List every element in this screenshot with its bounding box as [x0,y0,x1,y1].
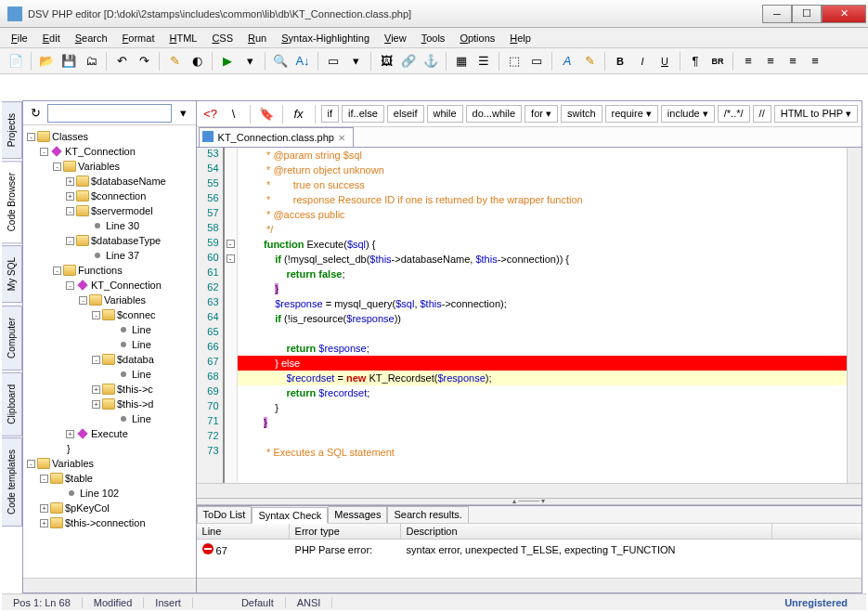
menu-view[interactable]: View [377,31,414,46]
find-icon[interactable]: 🔍 [270,51,291,72]
bottom-tab-syntaxcheck[interactable]: Syntax Check [252,507,328,524]
tree-node[interactable]: Line 30 [25,218,194,233]
tree-node[interactable]: -Variables [25,456,194,471]
php-var-icon[interactable]: \ [224,104,244,124]
side-tab-code-browser[interactable]: Code Browser [2,161,22,243]
table-icon[interactable]: ▦ [451,51,472,72]
tree-node[interactable]: -$databa [25,352,194,367]
list-icon[interactable]: ☰ [473,51,494,72]
side-tab-my-sql[interactable]: My SQL [2,245,22,303]
break-icon[interactable]: BR [707,51,728,72]
tree-node[interactable]: -$servermodel [25,203,194,218]
bottom-hscroll[interactable] [197,578,862,592]
snippet-HTMLtoPHP[interactable]: HTML to PHP ▾ [774,105,858,123]
tree-node[interactable]: -Variables [25,293,194,307]
bold-icon[interactable]: B [610,51,630,72]
code-area[interactable]: 5354555657585960616263646566676869707172… [197,148,862,483]
tree-node[interactable]: +$this->connection [25,515,194,530]
php-tag-icon[interactable]: 🔖 [256,104,277,124]
side-tab-code-templates[interactable]: Code templates [2,437,22,527]
input-icon[interactable]: ▭ [526,51,547,72]
tree-dropdown-icon[interactable]: ▾ [174,103,194,124]
func-icon[interactable]: fx [289,104,309,124]
underline-icon[interactable]: U [654,51,675,72]
tree-node[interactable]: Line 37 [25,248,194,263]
tree-node[interactable]: -$databaseType [25,233,194,248]
tree-node[interactable]: Line [25,367,194,382]
redo-icon[interactable]: ↷ [134,51,154,72]
editor-vscroll[interactable] [847,148,862,483]
highlight-icon[interactable]: ✎ [164,51,185,72]
snippet-ifelse[interactable]: if..else [342,105,384,123]
menu-run[interactable]: Run [240,31,274,46]
menu-search[interactable]: Search [68,31,115,46]
tree-body[interactable]: -Classes-KT_Connection-Variables+$databa… [23,125,196,578]
align-center-icon[interactable]: ≡ [760,51,781,72]
snippet-switch[interactable]: switch [561,105,602,123]
tree-node[interactable]: -Variables [25,159,194,174]
snippet-while[interactable]: while [427,105,463,123]
tree-node[interactable]: +Execute [25,426,194,441]
editor-hscroll[interactable] [197,483,862,498]
form-icon[interactable]: ⬚ [504,51,525,72]
side-tab-clipboard[interactable]: Clipboard [2,372,22,436]
file-tab[interactable]: KT_Connection.class.php ✕ [199,127,354,147]
run-icon[interactable]: ▶ [217,51,238,72]
snippet-dowhile[interactable]: do...while [466,105,522,123]
new-icon[interactable]: 📄 [6,51,26,72]
php-open-icon[interactable]: <? [201,104,221,124]
tree-node[interactable]: } [25,441,194,456]
menu-tools[interactable]: Tools [414,31,453,46]
menu-html[interactable]: HTML [162,31,204,46]
tree-node[interactable]: Line [25,337,194,352]
undo-icon[interactable]: ↶ [111,51,132,72]
image-icon[interactable]: 🖼 [376,51,396,72]
tree-node[interactable]: +$databaseName [25,174,194,189]
italic-icon[interactable]: I [632,51,653,72]
snippet-elseif[interactable]: elseif [387,105,424,123]
side-tab-projects[interactable]: Projects [2,101,22,159]
tree-node[interactable]: +$this->c [25,382,194,397]
tree-node[interactable]: -$connec [25,307,194,322]
run-dropdown-icon[interactable]: ▾ [240,51,260,72]
bottom-tab-todolist[interactable]: ToDo List [197,506,253,523]
menu-format[interactable]: Format [115,31,162,46]
dropdown-icon[interactable]: ▾ [345,51,366,72]
tab-close-icon[interactable]: ✕ [338,133,345,143]
save-icon[interactable]: 💾 [58,51,79,72]
code-lines[interactable]: * @param string $sql * @return object un… [238,148,847,483]
color-icon[interactable]: ✎ [579,51,600,72]
snippet-for[interactable]: for ▾ [525,105,558,123]
tree-node[interactable]: +$pKeyCol [25,501,194,515]
tree-node[interactable]: -KT_Connection [25,278,194,293]
font-icon[interactable]: A [557,51,577,72]
bottom-tab-messages[interactable]: Messages [328,506,387,523]
menu-css[interactable]: CSS [204,31,240,46]
tree-node[interactable]: -Functions [25,263,194,278]
snippet-[interactable]: // [753,105,771,123]
tree-node[interactable]: Line 102 [25,486,194,501]
link-icon[interactable]: 🔗 [398,51,419,72]
tree-refresh-icon[interactable]: ↻ [25,103,45,124]
box-icon[interactable]: ▭ [323,51,343,72]
align-left-icon[interactable]: ≡ [738,51,758,72]
side-tab-computer[interactable]: Computer [2,306,22,371]
menu-syntax-highlighting[interactable]: Syntax-Highlighting [274,31,377,46]
splitter[interactable]: ▴ ──── ▾ [197,498,862,505]
close-button[interactable]: ✕ [822,5,866,23]
tree-node[interactable]: Line [25,322,194,337]
anchor-icon[interactable]: ⚓ [421,51,441,72]
toggle-icon[interactable]: ◐ [187,51,207,72]
fold-column[interactable]: -- [225,148,238,483]
align-justify-icon[interactable]: ≡ [805,51,825,72]
menu-options[interactable]: Options [452,31,502,46]
tree-node[interactable]: -Classes [25,129,194,144]
snippet-if[interactable]: if [321,105,340,123]
tree-node[interactable]: -$table [25,471,194,486]
snippet-include[interactable]: include ▾ [661,105,715,123]
menu-file[interactable]: File [4,31,35,46]
tree-hscroll[interactable] [23,578,196,592]
tree-node[interactable]: +$connection [25,189,194,203]
align-right-icon[interactable]: ≡ [783,51,803,72]
minimize-button[interactable]: ─ [762,5,792,23]
